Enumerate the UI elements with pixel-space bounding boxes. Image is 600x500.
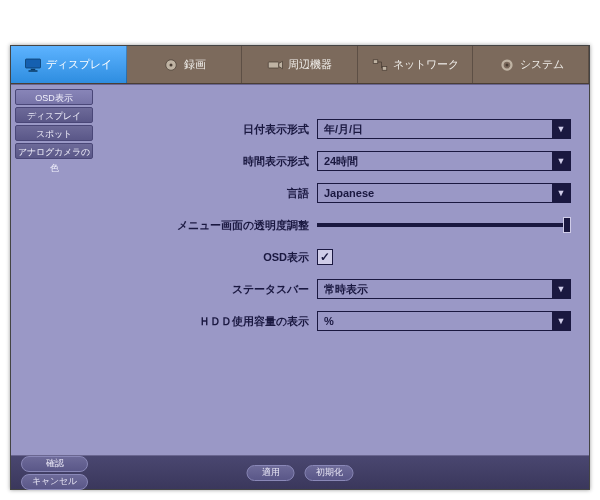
- slider-track: [317, 223, 571, 227]
- tab-record[interactable]: 録画: [127, 46, 243, 83]
- sidebar-item-analog[interactable]: アナログカメラの色: [15, 143, 93, 159]
- chevron-down-icon: ▼: [552, 184, 570, 202]
- label-osd: OSD表示: [107, 250, 317, 265]
- row-time-format: 時間表示形式 24時間 ▼: [107, 147, 571, 175]
- slider-transparency[interactable]: [317, 223, 571, 227]
- footer-center: 適用 初期化: [247, 465, 354, 481]
- svg-rect-5: [269, 62, 280, 68]
- checkbox-osd[interactable]: ✓: [317, 249, 333, 265]
- chevron-down-icon: ▼: [552, 120, 570, 138]
- slider-thumb[interactable]: [563, 217, 571, 233]
- label-date-format: 日付表示形式: [107, 122, 317, 137]
- svg-rect-1: [31, 68, 36, 70]
- sidebar-item-display[interactable]: ディスプレイ: [15, 107, 93, 123]
- label-transparency: メニュー画面の透明度調整: [107, 218, 317, 233]
- combo-statusbar[interactable]: 常時表示 ▼: [317, 279, 571, 299]
- gear-icon: [498, 57, 516, 73]
- apply-button[interactable]: 適用: [247, 465, 295, 481]
- chevron-down-icon: ▼: [552, 312, 570, 330]
- label-statusbar: ステータスバー: [107, 282, 317, 297]
- monitor-icon: [24, 57, 42, 73]
- settings-panel: 日付表示形式 年/月/日 ▼ 時間表示形式 24時間 ▼: [97, 85, 589, 455]
- top-tabs: ディスプレイ 録画 周辺機器 ネットワーク システム: [11, 46, 589, 84]
- svg-rect-7: [373, 59, 378, 63]
- svg-rect-2: [29, 70, 38, 72]
- combo-time-format[interactable]: 24時間 ▼: [317, 151, 571, 171]
- combo-language[interactable]: Japanese ▼: [317, 183, 571, 203]
- row-hdd: ＨＤＤ使用容量の表示 % ▼: [107, 307, 571, 335]
- tab-label: ディスプレイ: [46, 57, 112, 72]
- row-language: 言語 Japanese ▼: [107, 179, 571, 207]
- combo-value: 常時表示: [318, 280, 552, 298]
- svg-point-10: [505, 63, 508, 66]
- tab-network[interactable]: ネットワーク: [358, 46, 474, 83]
- combo-hdd[interactable]: % ▼: [317, 311, 571, 331]
- reset-button[interactable]: 初期化: [305, 465, 354, 481]
- row-osd: OSD表示 ✓: [107, 243, 571, 271]
- tab-label: 録画: [184, 57, 206, 72]
- chevron-down-icon: ▼: [552, 152, 570, 170]
- sidebar: OSD表示 ディスプレイ スポット アナログカメラの色: [11, 85, 97, 455]
- row-statusbar: ステータスバー 常時表示 ▼: [107, 275, 571, 303]
- network-icon: [371, 57, 389, 73]
- body: OSD表示 ディスプレイ スポット アナログカメラの色 日付表示形式 年/月/日…: [11, 84, 589, 455]
- sidebar-item-spot[interactable]: スポット: [15, 125, 93, 141]
- tab-display[interactable]: ディスプレイ: [11, 46, 127, 83]
- camera-icon: [266, 57, 284, 73]
- app-window: ディスプレイ 録画 周辺機器 ネットワーク システム: [10, 45, 590, 490]
- svg-rect-8: [382, 66, 387, 70]
- svg-marker-6: [279, 61, 283, 69]
- tab-label: システム: [520, 57, 564, 72]
- cancel-button[interactable]: キャンセル: [21, 474, 88, 490]
- combo-value: 年/月/日: [318, 120, 552, 138]
- label-hdd: ＨＤＤ使用容量の表示: [107, 314, 317, 329]
- combo-value: %: [318, 312, 552, 330]
- label-language: 言語: [107, 186, 317, 201]
- record-disc-icon: [162, 57, 180, 73]
- svg-rect-0: [26, 59, 41, 68]
- label-time-format: 時間表示形式: [107, 154, 317, 169]
- combo-value: 24時間: [318, 152, 552, 170]
- svg-point-4: [169, 63, 172, 66]
- confirm-button[interactable]: 確認: [21, 456, 88, 472]
- row-date-format: 日付表示形式 年/月/日 ▼: [107, 115, 571, 143]
- chevron-down-icon: ▼: [552, 280, 570, 298]
- sidebar-item-osd[interactable]: OSD表示: [15, 89, 93, 105]
- footer: 確認 キャンセル 適用 初期化: [11, 455, 589, 489]
- tab-label: ネットワーク: [393, 57, 459, 72]
- combo-date-format[interactable]: 年/月/日 ▼: [317, 119, 571, 139]
- tab-label: 周辺機器: [288, 57, 332, 72]
- row-transparency: メニュー画面の透明度調整: [107, 211, 571, 239]
- footer-left: 確認 キャンセル: [21, 456, 88, 490]
- combo-value: Japanese: [318, 184, 552, 202]
- tab-peripherals[interactable]: 周辺機器: [242, 46, 358, 83]
- tab-system[interactable]: システム: [473, 46, 589, 83]
